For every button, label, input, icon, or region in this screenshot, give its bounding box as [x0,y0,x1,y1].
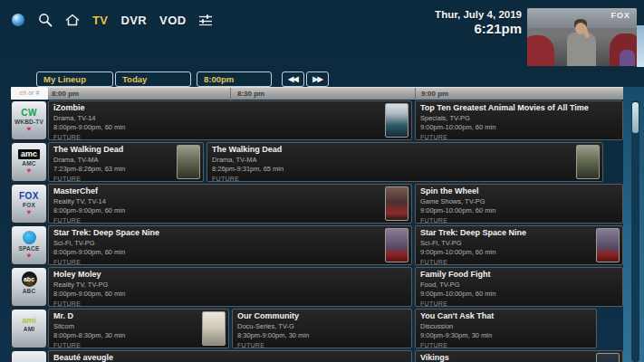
datetime-block: Thur, July 4, 2019 6:21pm [435,9,522,36]
program-poster-thumbnail [385,228,409,262]
amc-logo: amc [18,149,40,159]
channel-cell-amc[interactable]: amc AMC ♥ [11,142,47,182]
rewind-button[interactable]: ◀◀ [282,71,304,87]
channel-number-input[interactable]: ch or # [11,87,48,100]
guide-row-ami: ami AMI Mr. D Sitcom 8:00pm-8:30pm, 30 m… [0,309,644,349]
channel-callsign: FOX [23,202,35,208]
globe-icon[interactable] [11,13,25,27]
lineup-dropdown[interactable]: My Lineup [36,71,113,87]
top-nav: TV DVR VOD [11,12,213,28]
program-title: Star Trek: Deep Space Nine [420,228,618,237]
program-cell-spin-the-wheel[interactable]: Spin the Wheel Game Shows, TV-PG 9:00pm-… [415,184,623,224]
program-cell-beaute-aveugle[interactable]: Beauté aveugle [48,350,412,362]
program-title: Vikings [420,353,618,362]
guide-row-abc: abc ABC Holey Moley Reality TV, TV-PG 8:… [0,267,644,308]
current-time: 6:21pm [435,21,522,36]
favorite-heart-icon: ♥ [27,167,32,175]
tv-guide-screen: TV DVR VOD Thur, July 4, 2019 6:21pm FOX [0,0,644,362]
channel-cell-fox[interactable]: FOX FOX ♥ [11,184,47,224]
preview-art-person-body [567,33,596,66]
program-title: The Walking Dead [212,145,598,154]
program-poster-thumbnail [177,145,200,179]
program-title: iZombie [53,103,407,112]
time-dropdown[interactable]: 8:00pm [197,71,272,87]
time-slot-label: 9:00 pm [421,90,448,98]
live-video-preview[interactable]: FOX [527,8,637,66]
program-meta: Specials, TV-PG [420,114,618,122]
channel-cell-wkbd[interactable]: CW WKBD-TV ♥ [11,100,47,140]
program-cell-masterchef[interactable]: MasterChef Reality TV, TV-14 8:00pm-9:00… [48,184,412,224]
program-status: FUTURE [53,342,224,348]
program-time: 9:00pm-10:00pm, 60 min [420,123,618,131]
channel-callsign: AMC [22,160,35,167]
program-status: FUTURE [420,259,618,265]
program-poster-thumbnail [576,145,600,179]
program-cell-mr-d[interactable]: Mr. D Sitcom 8:00pm-8:30pm, 30 min FUTUR… [48,309,229,348]
program-title: Mr. D [53,311,224,320]
program-time: 8:00pm-9:00pm, 60 min [53,123,407,131]
channel-cell-abc[interactable]: abc ABC [11,267,47,307]
forward-button[interactable]: ▶▶ [306,71,329,87]
search-icon[interactable] [38,13,53,27]
program-title: Holey Moley [53,270,407,279]
program-time: 8:00pm-9:00pm, 60 min [53,290,407,298]
time-slot-label: 8:30 pm [237,90,264,98]
channel-callsign: WKBD-TV [14,119,43,125]
program-poster-thumbnail [385,186,409,221]
program-time: 9:00pm-9:30pm, 30 min [420,331,591,339]
tab-vod[interactable]: VOD [159,14,186,27]
favorite-heart-icon: ♥ [27,252,32,260]
program-meta: Reality TV, TV-PG [53,281,407,289]
program-meta: Food, TV-PG [420,281,618,289]
scrollbar-thumb[interactable] [632,102,639,133]
home-icon[interactable] [65,13,80,27]
program-title: Family Food Fight [420,270,618,279]
preview-art-seat [527,35,554,66]
guide-row-wkbd: CW WKBD-TV ♥ iZombie Drama, TV-14 8:00pm… [0,100,644,141]
program-cell-ds9-2[interactable]: Star Trek: Deep Space Nine Sci-Fi, TV-PG… [415,225,623,265]
space-logo [23,231,36,244]
tab-tv[interactable]: TV [92,14,108,27]
program-status: FUTURE [420,300,618,307]
guide-row-space: SPACE ♥ Star Trek: Deep Space Nine Sci-F… [0,225,644,266]
channel-cell-partial[interactable] [11,350,47,362]
timeline-divider [230,88,231,100]
program-cell-ds9-1[interactable]: Star Trek: Deep Space Nine Sci-Fi, TV-PG… [48,225,412,265]
fox-logo: FOX [19,192,39,201]
channel-cell-ami[interactable]: ami AMI [11,309,47,348]
program-cell-vikings[interactable]: Vikings [415,350,623,362]
channel-callsign: ABC [23,288,36,294]
program-poster-thumbnail [385,103,409,138]
program-meta: Sci-Fi, TV-PG [420,239,618,247]
guide-row-fox: FOX FOX ♥ MasterChef Reality TV, TV-14 8… [0,184,644,224]
program-cell-walking-dead-2[interactable]: The Walking Dead Drama, TV-MA 8:26pm-9:3… [207,142,603,182]
program-cell-family-food-fight[interactable]: Family Food Fight Food, TV-PG 9:00pm-10:… [415,267,623,307]
settings-sliders-icon[interactable] [198,13,213,27]
program-status: FUTURE [237,342,407,348]
program-poster-thumbnail [596,353,620,362]
program-meta: Sitcom [53,322,224,330]
scrollbar-track[interactable] [631,100,639,362]
program-cell-holey-moley[interactable]: Holey Moley Reality TV, TV-PG 8:00pm-9:0… [48,267,412,307]
time-slot-label: 8:00 pm [52,90,79,98]
program-cell-izombie[interactable]: iZombie Drama, TV-14 8:00pm-9:00pm, 60 m… [48,100,412,140]
program-title: Top Ten Greatest Animal Movies of All Ti… [420,103,618,112]
program-poster-thumbnail [202,311,226,346]
program-cell-our-community[interactable]: Our Community Docu-Series, TV-G 8:30pm-9… [232,309,412,348]
program-title: MasterChef [53,186,407,195]
cw-logo: CW [21,109,37,118]
program-meta: Game Shows, TV-PG [420,197,618,205]
program-cell-you-cant-ask-that[interactable]: You Can't Ask That Discussion 9:00pm-9:3… [415,309,597,348]
program-title: You Can't Ask That [420,311,591,320]
guide-row-amc: amc AMC ♥ The Walking Dead Drama, TV-MA … [0,142,644,183]
program-cell-walking-dead-1[interactable]: The Walking Dead Drama, TV-MA 7:23pm-8:2… [48,142,204,182]
channel-cell-space[interactable]: SPACE ♥ [11,225,47,265]
day-dropdown[interactable]: Today [115,71,191,87]
program-cell-top-ten-animal-movies[interactable]: Top Ten Greatest Animal Movies of All Ti… [415,100,623,140]
program-time: 9:00pm-10:00pm, 60 min [420,290,618,298]
program-meta: Drama, TV-MA [212,156,598,164]
tab-dvr[interactable]: DVR [120,14,147,27]
screen-edge-artifact [637,25,644,67]
program-meta: Drama, TV-14 [53,114,407,122]
program-time: 8:00pm-9:00pm, 60 min [53,206,407,214]
